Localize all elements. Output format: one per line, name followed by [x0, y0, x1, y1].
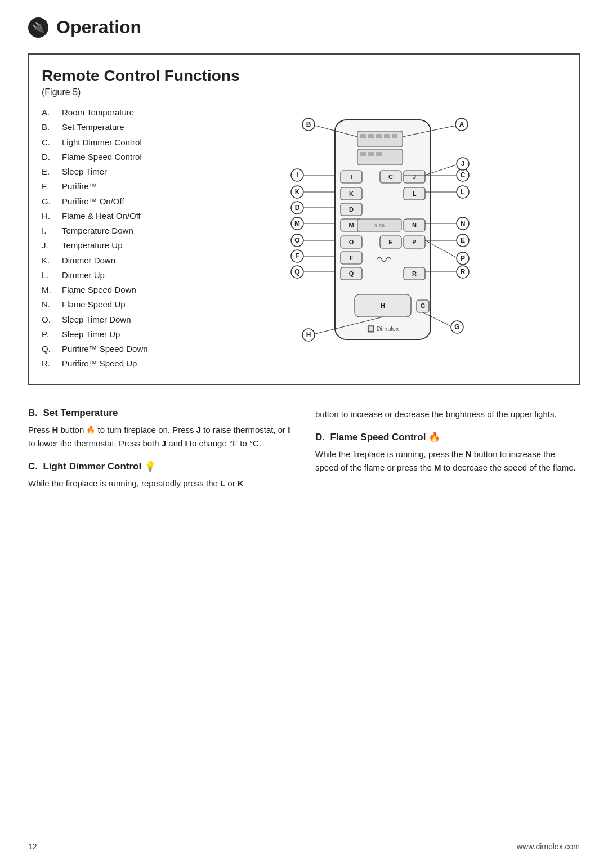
svg-text:E: E [388, 239, 392, 245]
svg-rect-8 [360, 152, 366, 156]
list-item: N.Flame Speed Up [42, 297, 188, 312]
svg-text:G: G [421, 302, 426, 309]
svg-text:L: L [461, 188, 464, 196]
bottom-right: button to increase or decrease the brigh… [315, 408, 580, 490]
list-item: E.Sleep Timer [42, 164, 188, 179]
page-footer: 12 www.dimplex.com [28, 836, 580, 851]
rcf-list: A.Room TemperatureB.Set TemperatureC.Lig… [42, 105, 188, 372]
plug-icon: 🔌 [32, 21, 44, 34]
list-letter: Q. [42, 342, 57, 356]
list-label: Sleep Timer Up [62, 327, 120, 342]
list-item: F.Purifire™ [42, 179, 188, 194]
svg-text:K: K [295, 188, 300, 196]
svg-text:I: I [296, 171, 298, 179]
svg-rect-3 [368, 134, 374, 138]
list-label: Dimmer Up [62, 268, 105, 283]
svg-text:F: F [295, 252, 299, 260]
svg-text:N: N [461, 220, 466, 227]
operation-title: Operation [56, 17, 141, 38]
svg-rect-1 [357, 131, 403, 147]
list-letter: C. [42, 135, 57, 150]
operation-icon: 🔌 [28, 17, 48, 38]
svg-text:Q: Q [294, 268, 299, 276]
list-letter: A. [42, 105, 57, 120]
list-item: D.Flame Speed Control [42, 150, 188, 164]
svg-text:K: K [349, 190, 354, 197]
rcf-title: Remote Control Functions [42, 67, 566, 85]
svg-text:M: M [348, 222, 354, 229]
svg-text:R: R [412, 270, 417, 277]
svg-text:J: J [413, 173, 416, 180]
list-letter: J. [42, 238, 57, 253]
list-label: Flame & Heat On/Off [62, 209, 141, 223]
svg-text:C: C [461, 171, 466, 179]
remote-svg: I J C K L D M [270, 114, 495, 362]
svg-rect-5 [384, 134, 390, 138]
svg-text:D: D [349, 206, 354, 213]
svg-text:M: M [294, 220, 300, 227]
list-letter: H. [42, 209, 57, 223]
svg-text:L: L [413, 190, 417, 197]
section-d-heading: D. Flame Speed Control 🔥 [315, 431, 580, 443]
svg-rect-6 [392, 134, 397, 138]
list-letter: R. [42, 356, 57, 371]
list-item: I.Temperature Down [42, 223, 188, 238]
svg-text:O: O [349, 239, 354, 245]
list-label: Purifire™ On/Off [62, 194, 124, 209]
operation-header: 🔌 Operation [28, 17, 580, 38]
svg-text:Q: Q [349, 270, 354, 277]
rcf-content: A.Room TemperatureB.Set TemperatureC.Lig… [42, 105, 566, 372]
list-label: Temperature Up [62, 238, 123, 253]
list-item: Q.Purifire™ Speed Down [42, 342, 188, 356]
svg-text:B: B [306, 120, 311, 128]
list-label: Purifire™ Speed Down [62, 342, 148, 356]
rcf-box: Remote Control Functions (Figure 5) A.Ro… [28, 53, 580, 385]
svg-text:0:00: 0:00 [374, 223, 385, 229]
list-item: A.Room Temperature [42, 105, 188, 120]
rcf-subtitle: (Figure 5) [42, 87, 566, 97]
section-c-body-right: button to increase or decrease the brigh… [315, 408, 580, 421]
list-item: G.Purifire™ On/Off [42, 194, 188, 209]
list-item: P.Sleep Timer Up [42, 327, 188, 342]
list-label: Temperature Down [62, 223, 133, 238]
list-label: Purifire™ Speed Up [62, 356, 137, 371]
list-label: Room Temperature [62, 105, 134, 120]
list-label: Flame Speed Control [62, 150, 142, 164]
list-label: Sleep Timer Down [62, 312, 131, 327]
remote-diagram: I J C K L D M [199, 105, 566, 372]
svg-text:J: J [461, 160, 465, 168]
list-letter: K. [42, 253, 57, 268]
page-number: 12 [28, 842, 37, 851]
list-letter: P. [42, 327, 57, 342]
list-label: Flame Speed Down [62, 283, 136, 297]
list-item: L.Dimmer Up [42, 268, 188, 283]
list-item: M.Flame Speed Down [42, 283, 188, 297]
list-item: R.Purifire™ Speed Up [42, 356, 188, 371]
page-wrapper: 🔌 Operation Remote Control Functions (Fi… [0, 0, 608, 868]
list-letter: E. [42, 164, 57, 179]
list-letter: D. [42, 150, 57, 164]
svg-rect-4 [376, 134, 382, 138]
list-letter: O. [42, 312, 57, 327]
svg-rect-2 [360, 134, 366, 138]
list-item: J.Temperature Up [42, 238, 188, 253]
bottom-left: B. Set Temperature Press H button 🔥 to t… [28, 408, 293, 490]
section-c-body-left: While the fireplace is running, repeated… [28, 477, 293, 490]
list-label: Purifire™ [62, 179, 97, 194]
svg-rect-9 [368, 152, 374, 156]
section-b-heading: B. Set Temperature [28, 408, 293, 419]
list-letter: G. [42, 194, 57, 209]
svg-text:C: C [388, 173, 393, 180]
section-b-body: Press H button 🔥 to turn fireplace on. P… [28, 423, 293, 450]
svg-text:P: P [461, 254, 465, 262]
svg-text:R: R [461, 268, 466, 276]
svg-text:H: H [306, 331, 311, 339]
svg-text:D: D [295, 204, 300, 212]
list-label: Flame Speed Up [62, 297, 126, 312]
list-letter: F. [42, 179, 57, 194]
svg-text:F: F [350, 254, 354, 261]
list-letter: M. [42, 283, 57, 297]
svg-rect-7 [357, 149, 403, 165]
list-label: Set Temperature [62, 120, 124, 135]
list-item: K.Dimmer Down [42, 253, 188, 268]
